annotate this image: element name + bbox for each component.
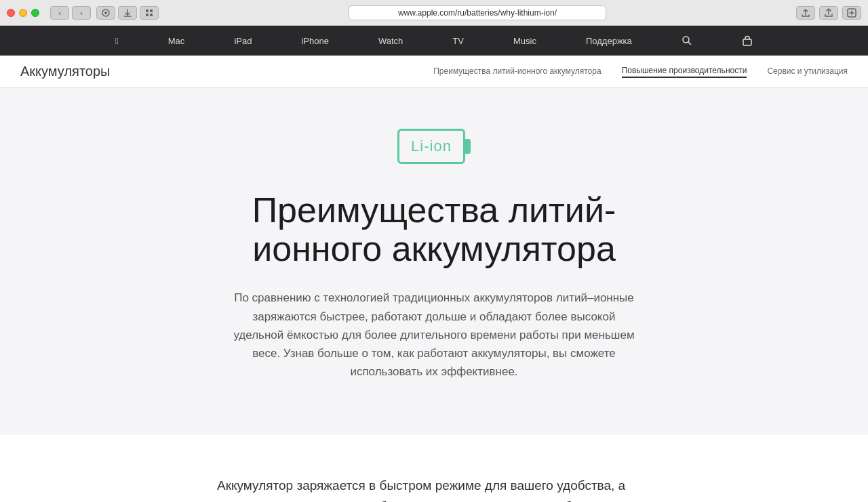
search-icon — [682, 35, 692, 46]
nav-item-tv[interactable]: TV — [446, 26, 471, 56]
close-button[interactable] — [7, 9, 15, 17]
sub-nav-link-advantages[interactable]: Преимущества литий-ионного аккумулятора — [433, 66, 601, 77]
search-button[interactable] — [675, 26, 699, 56]
apple-logo-icon:  — [115, 36, 119, 46]
battery-icon: Li-ion — [397, 129, 471, 164]
extensions-button[interactable] — [140, 6, 159, 20]
bag-icon — [742, 35, 753, 46]
hero-description: По сравнению с технологией традиционных … — [231, 289, 637, 381]
hero-title: Преимущества литий-ионного аккумулятора — [197, 191, 671, 268]
sub-nav: Аккумуляторы Преимущества литий-ионного … — [0, 56, 868, 88]
forward-button[interactable]: › — [72, 6, 91, 20]
traffic-lights — [7, 9, 39, 17]
nav-buttons: ‹ › — [50, 6, 91, 20]
browser-chrome: ‹ › www.apple.com/ru/batteries/why-lit — [0, 0, 868, 26]
second-section-text: Аккумулятор заряжается в быстром режиме … — [217, 476, 651, 502]
browser-controls — [96, 6, 159, 20]
svg-rect-2 — [146, 9, 149, 12]
sub-nav-links: Преимущества литий-ионного аккумулятора … — [433, 66, 848, 78]
back-button[interactable]: ‹ — [50, 6, 69, 20]
nav-apple-logo[interactable]:  — [108, 26, 125, 56]
address-bar-container: www.apple.com/ru/batteries/why-lithium-i… — [164, 5, 791, 20]
svg-rect-5 — [150, 14, 153, 16]
battery-label: Li-ion — [411, 138, 452, 155]
bag-button[interactable] — [735, 26, 760, 56]
sub-nav-link-service[interactable]: Сервис и утилизация — [767, 66, 848, 77]
nav-item-watch[interactable]: Watch — [372, 26, 410, 56]
browser-right-controls — [796, 6, 861, 20]
svg-point-1 — [104, 12, 107, 14]
new-tab-button[interactable] — [842, 6, 861, 20]
upload-button[interactable] — [796, 6, 815, 20]
battery-icon-container: Li-ion — [14, 129, 854, 164]
address-bar[interactable]: www.apple.com/ru/batteries/why-lithium-i… — [349, 5, 606, 20]
main-content: Li-ion Преимущества литий-ионного аккуму… — [0, 88, 868, 435]
nav-item-music[interactable]: Music — [507, 26, 543, 56]
bookmarks-button[interactable] — [96, 6, 115, 20]
svg-rect-4 — [146, 14, 149, 16]
url-text: www.apple.com/ru/batteries/why-lithium-i… — [398, 8, 557, 18]
nav-item-iphone[interactable]: iPhone — [294, 26, 335, 56]
second-section: Аккумулятор заряжается в быстром режиме … — [0, 435, 868, 502]
svg-rect-8 — [743, 39, 751, 45]
nav-item-ipad[interactable]: iPad — [227, 26, 258, 56]
battery-tip — [465, 139, 471, 154]
apple-nav:  Mac iPad iPhone Watch TV Music Поддерж… — [0, 26, 868, 56]
sub-nav-link-performance[interactable]: Повышение производительности — [622, 66, 747, 78]
share-button[interactable] — [819, 6, 838, 20]
svg-rect-3 — [150, 9, 153, 12]
sub-nav-title: Аккумуляторы — [20, 64, 110, 79]
nav-item-support[interactable]: Поддержка — [579, 26, 639, 56]
minimize-button[interactable] — [19, 9, 27, 17]
battery-body: Li-ion — [397, 129, 465, 164]
maximize-button[interactable] — [31, 9, 39, 17]
downloads-button[interactable] — [118, 6, 137, 20]
nav-item-mac[interactable]: Mac — [161, 26, 192, 56]
